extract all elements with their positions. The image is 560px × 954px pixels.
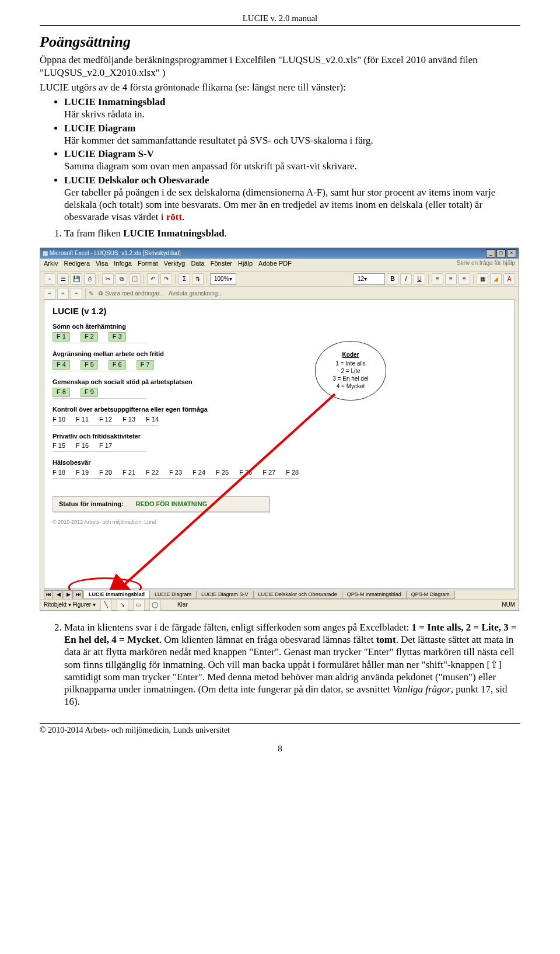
- redo-icon[interactable]: ↷: [160, 273, 172, 285]
- rect-icon[interactable]: ▭: [133, 599, 145, 611]
- field-group: HälsobesvärF 18F 19F 20F 21F 22F 23F 24F…: [52, 459, 506, 479]
- italic-icon[interactable]: I: [400, 273, 412, 285]
- help-hint[interactable]: Skriv en fråga för hjälp: [457, 260, 515, 270]
- menu-arkiv[interactable]: Arkiv: [44, 260, 58, 270]
- field-group-title: Sömn och återhämtning: [52, 323, 506, 331]
- align-left-icon[interactable]: ≡: [432, 273, 443, 285]
- footer-copyright: © 2010-2014 Arbets- och miljömedicin, Lu…: [40, 723, 520, 736]
- field-cell[interactable]: F 2: [80, 332, 98, 342]
- field-cell[interactable]: F 9: [80, 388, 98, 397]
- tab-qpsm-diagram[interactable]: QPS-M Diagram: [406, 591, 455, 599]
- drawbar-left[interactable]: Ritobjekt ▾ Figurer ▾: [44, 601, 96, 609]
- field-cell[interactable]: F 16: [76, 442, 89, 450]
- font-color-icon[interactable]: A: [503, 273, 515, 285]
- field-cell[interactable]: F 12: [99, 416, 112, 424]
- menu-verktyg[interactable]: Verktyg: [164, 260, 186, 270]
- field-cell[interactable]: F 1: [52, 332, 70, 342]
- header-title: LUCIE v. 2.0 manual: [40, 13, 520, 26]
- field-group-title: Gemenskap och socialt stöd på arbetsplat…: [52, 378, 506, 387]
- menu-fonster[interactable]: Fönster: [211, 260, 232, 270]
- tab-nav-first[interactable]: ⏮: [44, 590, 53, 600]
- maximize-button[interactable]: □: [496, 249, 506, 257]
- menu-infoga[interactable]: Infoga: [114, 260, 132, 270]
- field-cell[interactable]: F 13: [123, 416, 135, 424]
- borders-icon[interactable]: ▦: [477, 273, 488, 285]
- field-cell[interactable]: F 10: [52, 416, 65, 424]
- menu-format[interactable]: Format: [138, 260, 158, 270]
- menu-hjalp[interactable]: Hjälp: [238, 260, 253, 270]
- close-button[interactable]: ×: [507, 249, 516, 257]
- field-cell[interactable]: F 22: [146, 469, 159, 477]
- field-cell[interactable]: F 20: [99, 469, 112, 477]
- field-cell[interactable]: F 26: [239, 469, 252, 477]
- field-cell[interactable]: F 11: [76, 416, 89, 424]
- review-label: ✎ ♻ Svara med ändringar... Avsluta grans…: [89, 290, 223, 298]
- tab-inmatningsblad[interactable]: LUCIE Inmatningsblad: [83, 591, 150, 599]
- field-cell[interactable]: F 14: [146, 416, 159, 424]
- field-cell[interactable]: F 8: [52, 388, 70, 397]
- fontsize-select[interactable]: 12 ▾: [354, 273, 385, 285]
- underline-icon[interactable]: U: [414, 273, 425, 285]
- pdf-icon[interactable]: 𝄐: [44, 288, 55, 300]
- oval-icon[interactable]: ◯: [149, 599, 161, 611]
- pdf-icon-3[interactable]: 𝄐: [71, 288, 82, 300]
- field-group-title: Hälsobesvär: [52, 459, 506, 467]
- field-cell[interactable]: F 24: [192, 469, 205, 477]
- zoom-select[interactable]: 100% ▾: [210, 273, 236, 285]
- sum-icon[interactable]: Σ: [178, 273, 190, 285]
- field-cell[interactable]: F 18: [52, 469, 65, 477]
- field-cell[interactable]: F 27: [262, 469, 275, 477]
- field-cell[interactable]: F 21: [123, 469, 135, 477]
- field-cell[interactable]: F 28: [286, 469, 299, 477]
- tab-nav-prev[interactable]: ◀: [54, 590, 63, 600]
- sort-icon[interactable]: ⇅: [192, 273, 204, 285]
- tab-nav-next[interactable]: ▶: [64, 590, 73, 600]
- koder-bubble: Koder 1 = Inte alls 2 = Lite 3 = En hel …: [315, 341, 386, 401]
- field-cell[interactable]: F 5: [80, 360, 98, 370]
- tab-delskalor[interactable]: LUCIE Delskalor och Obesvarade: [253, 591, 342, 599]
- field-group: Gemenskap och socialt stöd på arbetsplat…: [52, 378, 506, 399]
- tab-diagram-sv[interactable]: LUCIE Diagram S-V: [196, 591, 254, 599]
- titlebar: ▦ Microsoft Excel - LUQSUS_v1.2.xls [Skr…: [40, 248, 519, 259]
- paste-icon[interactable]: 📋: [129, 273, 141, 285]
- page-number: 8: [40, 743, 520, 754]
- tab-nav-last[interactable]: ⏭: [74, 590, 83, 600]
- copy-icon[interactable]: ⧉: [116, 273, 127, 285]
- field-cell[interactable]: F 7: [136, 360, 154, 370]
- field-cell[interactable]: F 23: [169, 469, 182, 477]
- menubar[interactable]: Arkiv Redigera Visa Infoga Format Verkty…: [40, 259, 519, 272]
- field-cell[interactable]: F 4: [52, 360, 70, 370]
- bullet-list: LUCIE Inmatningsblad Här skrivs rådata i…: [40, 96, 520, 224]
- align-center-icon[interactable]: ≡: [445, 273, 457, 285]
- field-cell[interactable]: F 19: [76, 469, 89, 477]
- step-1: Ta fram fliken LUCIE Inmatningsblad.: [64, 227, 520, 239]
- tab-diagram[interactable]: LUCIE Diagram: [149, 591, 197, 599]
- field-cell[interactable]: F 17: [99, 442, 112, 450]
- open-icon[interactable]: ☰: [57, 273, 69, 285]
- minimize-button[interactable]: _: [486, 249, 495, 257]
- save-icon[interactable]: 💾: [71, 273, 82, 285]
- new-icon[interactable]: ▫: [44, 273, 55, 285]
- menu-data[interactable]: Data: [191, 260, 204, 270]
- field-row: F 18F 19F 20F 21F 22F 23F 24F 25F 26F 27…: [52, 469, 299, 479]
- pdf-icon-2[interactable]: 𝄐: [57, 288, 69, 300]
- menu-redigera[interactable]: Redigera: [64, 260, 90, 270]
- status-value: REDO FÖR INMATNING: [136, 500, 208, 507]
- menu-visa[interactable]: Visa: [96, 260, 108, 270]
- arrow-icon[interactable]: ↘: [117, 599, 128, 611]
- tab-qpsm-inmat[interactable]: QPS-M Inmatningsblad: [342, 591, 407, 599]
- statusbar-klar: Klar: [177, 601, 188, 609]
- print-icon[interactable]: ⎙: [84, 273, 96, 285]
- fill-color-icon[interactable]: ◢: [490, 273, 502, 285]
- line-icon[interactable]: ╲: [100, 599, 112, 611]
- bold-icon[interactable]: B: [387, 273, 398, 285]
- menu-adobepdf[interactable]: Adobe PDF: [258, 260, 292, 270]
- field-cell[interactable]: F 6: [108, 360, 126, 370]
- undo-icon[interactable]: ↶: [147, 273, 159, 285]
- worksheet-area: LUCIE (v 1.2) Sömn och återhämtningF 1F …: [44, 300, 515, 589]
- field-cell[interactable]: F 15: [52, 442, 65, 450]
- field-cell[interactable]: F 3: [108, 332, 126, 342]
- align-right-icon[interactable]: ≡: [459, 273, 470, 285]
- field-cell[interactable]: F 25: [216, 469, 229, 477]
- cut-icon[interactable]: ✂: [102, 273, 114, 285]
